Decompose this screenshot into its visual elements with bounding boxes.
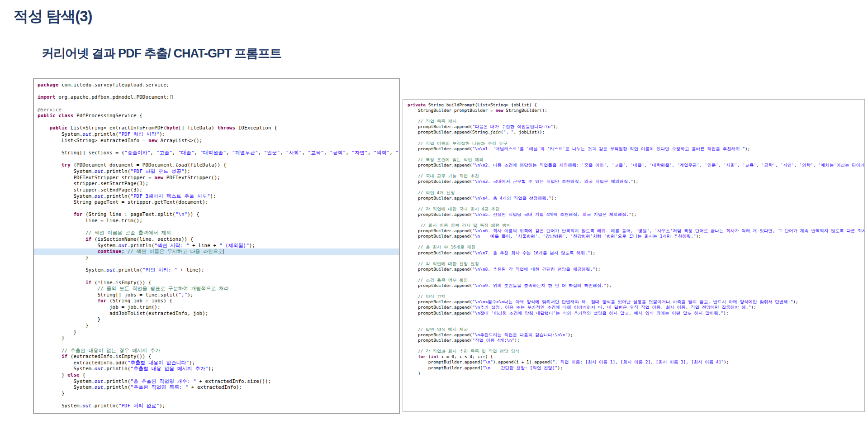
code-token — [38, 298, 97, 304]
code-token: , — [258, 150, 264, 156]
code-token: "섹션 시작: " — [154, 243, 189, 248]
code-token: promptBuilder.append( — [408, 212, 472, 217]
code-token: , — [172, 150, 178, 156]
code-token: @Service — [38, 107, 62, 113]
code-token: "다음은 내가 수집한 직업들입니다:\n" — [472, 124, 553, 129]
code-token: , — [226, 150, 232, 156]
code-token: out — [95, 384, 104, 390]
code-token: } — [38, 255, 89, 261]
code-token: "고졸" — [157, 150, 172, 156]
code-token: promptBuilder.append( — [408, 365, 483, 370]
code-token: .println( — [104, 193, 131, 199]
code-line: String[] sections = {"중졸이하", "고졸", "대졸",… — [38, 150, 399, 156]
code-line: String pageText = stripper.getText(docum… — [38, 199, 399, 205]
code-line — [408, 288, 864, 294]
code-token: List<String> extractedInfo = — [38, 138, 148, 143]
code-line: @Service — [38, 107, 399, 113]
code-line — [38, 156, 399, 162]
code-token: out — [119, 243, 128, 248]
code-token: // 답변 양식 예시 제공 — [408, 327, 468, 332]
code-token: "직업 이름 4개:\n" — [472, 338, 514, 343]
code-token: ); — [208, 366, 214, 372]
code-line: promptBuilder.append("\n\n5. 선정된 직업당 국내 … — [408, 212, 864, 217]
code-token: .println( — [128, 243, 155, 248]
code-line: job = job.trim(); — [38, 304, 399, 311]
code-token: System. — [38, 131, 82, 137]
code-line: // 조건 충족 여부 확인 — [408, 277, 864, 283]
code-token: continue — [97, 248, 121, 254]
code-line: } — [38, 391, 399, 397]
code-token: (fileData)) { — [187, 162, 226, 168]
code-line — [408, 184, 864, 190]
code-line: } else { — [38, 372, 399, 378]
code-line — [408, 316, 864, 321]
code-token: ); — [159, 131, 165, 137]
code-line — [408, 152, 864, 157]
code-token: } — [38, 335, 65, 341]
code-line: promptBuilder.append("\n 예를 들어, '서울병원', … — [408, 234, 864, 239]
code-token: List<String> extractInfoFromPDF( — [71, 125, 166, 131]
code-token: ); — [590, 250, 595, 255]
code-token: { — [80, 372, 85, 378]
code-line: for (String line : pageText.split("\n"))… — [38, 211, 399, 218]
code-line: extractedInfo.add("추출할 내용이 없습니다"); — [38, 360, 399, 366]
code-line — [38, 143, 399, 150]
code-token: ); — [159, 403, 165, 409]
code-token: ); — [723, 311, 728, 315]
code-token: System. — [38, 193, 95, 199]
code-token: "\n추천드리는 직업은 다음과 같습니다:\n\n" — [472, 332, 568, 337]
code-token: "," — [178, 292, 187, 298]
code-line: promptBuilder.append("\n").append(i + 1)… — [408, 359, 864, 365]
code-token: addJobToList(extractedInfo, job); — [38, 311, 209, 316]
code-line: promptBuilder.append("\n추천드리는 직업은 다음과 같습… — [408, 332, 864, 338]
code-line: // 추출된 내용이 없는 경우 메시지 추가 — [38, 348, 399, 354]
code-token: "대학원졸" — [200, 150, 226, 156]
code-token: , — [280, 150, 286, 156]
code-token: "의학" — [374, 150, 389, 156]
code-token: System. — [38, 378, 95, 384]
code-token: "\n 간단한 전망: [직업 전망]" — [483, 365, 558, 370]
code-token: PdfProcessingService { — [76, 113, 142, 119]
code-line: promptBuilder.append("\n\n6. 회사 이름의 뒤쪽에 … — [408, 228, 864, 234]
code-line: System.out.println("PDF 3페이지 텍스트 추출 시도")… — [38, 193, 399, 200]
page-title: 적성 탐색(3) — [14, 6, 92, 27]
code-token: + extractedInfo); — [188, 384, 242, 390]
code-line: if (isSectionName(line, sections)) { — [38, 236, 399, 243]
code-line — [408, 113, 864, 119]
code-token: ); — [724, 359, 729, 364]
pdf-processing-code-editor[interactable]: package com.ictedu.surveyfileupload.serv… — [33, 78, 400, 414]
code-token: job = job.trim(); — [38, 304, 161, 310]
code-line: stripper.setStartPage(3); — [38, 181, 399, 187]
code-token: + extractedInfo.size()); — [196, 378, 271, 384]
code-line: // 각 직업에 대한 국내 회사 4곳 추천 — [408, 206, 864, 212]
code-token: System. — [38, 168, 95, 174]
code-token: (String job : jobs) { — [109, 298, 172, 304]
code-token: "\n\n3. 국내에서 근무할 수 있는 직업만 추천해줘. 외국 직업은 제… — [472, 179, 633, 184]
code-token: if — [62, 354, 71, 359]
code-token: // 특정 조건에 맞는 직업 제외 — [408, 157, 483, 162]
build-prompt-code-editor[interactable]: private String buildPrompt(List<String> … — [403, 99, 865, 412]
code-line: System.out.println("PDF 처리 시작"); — [38, 131, 399, 138]
code-token: // 각 직업에 대한 국내 회사 4곳 추천 — [408, 206, 500, 211]
code-token: "\n\n1. '애널리스트'를 '애널'과 '리스트'로 나누는 것과 같은 … — [472, 146, 745, 151]
code-token: String pageText = stripper.getText(docum… — [38, 199, 209, 205]
code-token: promptBuilder.append( — [408, 228, 472, 233]
code-token: , — [368, 150, 374, 156]
code-line: promptBuilder.append(String.join(", ", j… — [408, 129, 864, 135]
code-token: "\n\n8. 추천된 각 직업에 대한 간단한 전망을 제공해줘." — [472, 267, 595, 272]
code-line: promptBuilder.append("\n 간단한 전망: [직업 전망]… — [408, 365, 864, 371]
code-token: out — [106, 267, 115, 273]
code-token: i = 0; i < 4; i++) { — [439, 354, 493, 359]
code-token: stripper.setStartPage(3); — [38, 181, 148, 186]
code-line: promptBuilder.append("\n\n9. 위의 조건들을 충족하… — [408, 283, 864, 288]
code-token: PDFTextStripper(); — [166, 175, 220, 181]
code-token: (extractedInfo.isEmpty()) { — [71, 354, 152, 359]
code-token — [38, 162, 62, 168]
code-line: for (String job : jobs) { — [38, 298, 399, 304]
code-token: ", " — [503, 129, 514, 134]
code-line — [408, 256, 864, 261]
code-token: System. — [38, 243, 119, 248]
code-token: "\n절대 '이러한 조건에 맞춰 대답했다'는 식의 추가적인 설명을 하지 … — [472, 311, 723, 315]
code-token: ); — [745, 146, 750, 151]
code-line: System.out.println("PDF 처리 완료"); — [38, 403, 399, 409]
